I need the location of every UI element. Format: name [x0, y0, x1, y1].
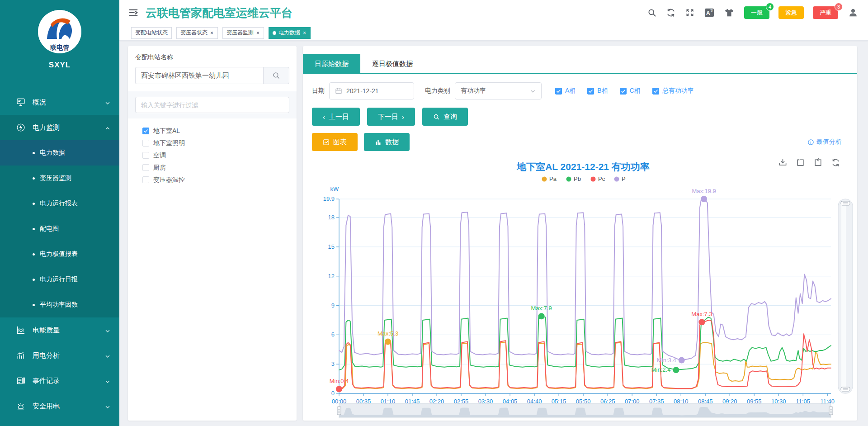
category-label: 电力类别 [425, 87, 450, 95]
marker-label: Min:3.4 [657, 357, 676, 364]
marker-dot-max [701, 196, 707, 202]
sidebar-subitem-label: 电力数据 [40, 149, 65, 157]
legend-marker[interactable] [591, 177, 596, 182]
translate-icon[interactable]: A 文 [704, 8, 714, 18]
category-select[interactable]: 有功功率 [455, 82, 542, 99]
save-image-icon[interactable] [778, 158, 787, 167]
topbar: 云联电管家配电室运维云平台 [119, 0, 868, 25]
datazoom-x-handle-left[interactable] [337, 407, 341, 415]
hamburger-icon[interactable] [128, 8, 138, 18]
tag-label: 电力数据 [278, 29, 300, 37]
tree-item-1[interactable]: 地下室照明 [135, 137, 289, 149]
tree-item-0[interactable]: 地下室AL [135, 125, 289, 137]
sidebar-item-2[interactable]: 电能质量 [0, 317, 119, 343]
sidebar-subitem-1-2[interactable]: 电力运行报表 [0, 191, 119, 216]
zoom-restore-icon[interactable] [814, 158, 822, 167]
y-tick-label: 15 [328, 243, 335, 250]
menu-section-2: 电能质量 [0, 317, 119, 343]
sidebar-subitem-1-5[interactable]: 电力运行日报 [0, 267, 119, 292]
tree-item-label: 地下室照明 [153, 139, 185, 147]
menu-section-0: 概况 [0, 90, 119, 115]
checkbox-icon[interactable] [142, 164, 149, 171]
sidebar-item-1[interactable]: 电力监测 [0, 115, 119, 140]
chevron-left-icon: ‹ [323, 113, 325, 121]
tree-item-label: 变压器温控 [153, 176, 185, 184]
close-icon[interactable]: × [256, 30, 260, 36]
user-icon[interactable] [848, 8, 858, 18]
svg-text:A: A [706, 10, 710, 16]
alarm-button-2[interactable]: 严重3 [813, 6, 838, 19]
date-picker[interactable]: 2021-12-21 [329, 82, 414, 99]
y-axis-unit: kW [330, 185, 340, 192]
tree-item-2[interactable]: 空调 [135, 149, 289, 161]
zoom-select-icon[interactable] [796, 158, 805, 167]
tags-view-item-1[interactable]: 变压器状态× [176, 27, 218, 39]
tree-item-3[interactable]: 厨房 [135, 161, 289, 174]
tab-0[interactable]: 日原始数据 [303, 54, 360, 73]
checkbox-icon[interactable] [142, 152, 149, 159]
tags-view-item-3[interactable]: 电力数据× [269, 27, 311, 39]
sidebar-item-0[interactable]: 概况 [0, 90, 119, 115]
tab-1[interactable]: 逐日极值数据 [360, 54, 425, 73]
next-day-button[interactable]: 下一日 › [367, 108, 415, 126]
monitor-icon [16, 98, 25, 107]
phase-checkbox-0[interactable]: A相 [555, 87, 576, 95]
marker-dot-min [679, 357, 685, 364]
sidebar-item-3[interactable]: 用电分析 [0, 343, 119, 368]
datazoom-y-handle-top[interactable] [841, 201, 850, 205]
checkbox-icon[interactable] [142, 128, 149, 134]
circuit-tree: 地下室AL地下室照明空调厨房变压器温控 [135, 125, 289, 186]
fullscreen-icon[interactable] [685, 8, 694, 17]
station-search-group [135, 67, 289, 84]
checkbox-icon [587, 88, 594, 95]
query-button[interactable]: 查询 [422, 108, 468, 126]
sidebar-item-4[interactable]: 事件记录 [0, 368, 119, 393]
max-analysis-link[interactable]: 最值分析 [807, 138, 842, 146]
refresh-icon[interactable] [666, 8, 675, 17]
checkbox-icon[interactable] [142, 176, 149, 183]
query-controls: 日期 2021-12-21 电力类别 有功功率 A相B相C相 [303, 74, 857, 99]
sidebar-subitem-1-0[interactable]: 电力数据 [0, 140, 119, 166]
close-icon[interactable]: × [302, 30, 307, 36]
tree-item-4[interactable]: 变压器温控 [135, 174, 289, 186]
tags-view-item-0[interactable]: 变配电站状态 [131, 27, 172, 39]
legend-label: P [622, 175, 626, 182]
checkbox-icon[interactable] [142, 140, 149, 147]
sidebar-item-5[interactable]: 安全用电 [0, 393, 119, 419]
station-name-input[interactable] [135, 67, 263, 84]
tree-filter-input[interactable] [135, 97, 289, 113]
phase-checkbox-1[interactable]: B相 [587, 87, 608, 95]
svg-text:联电管: 联电管 [50, 44, 69, 51]
sidebar-subitem-1-3[interactable]: 配电图 [0, 216, 119, 241]
legend-marker[interactable] [614, 177, 619, 182]
search-icon[interactable] [647, 8, 656, 17]
tags-view-item-2[interactable]: 变压器监测× [222, 27, 264, 39]
phase-checkbox-2[interactable]: C相 [620, 87, 641, 95]
phase-checkbox-3[interactable]: 总有功功率 [652, 87, 694, 95]
data-tabs: 日原始数据逐日极值数据 [303, 46, 857, 74]
chart-refresh-icon[interactable] [831, 158, 840, 167]
close-icon[interactable]: × [210, 30, 214, 36]
chevron-down-icon [105, 378, 110, 383]
sidebar-item-6[interactable]: 运行环境 [0, 419, 119, 426]
datazoom-y-handle-bottom[interactable] [841, 387, 850, 391]
quality-icon [16, 326, 25, 335]
datazoom-x-handle-right[interactable] [829, 407, 833, 415]
sidebar-subitem-1-6[interactable]: 平均功率因数 [0, 292, 119, 317]
data-view-button[interactable]: 数据 [364, 133, 410, 151]
prev-day-button[interactable]: ‹ 上一日 [312, 108, 360, 126]
chart-view-button[interactable]: 图表 [312, 133, 358, 151]
checkbox-icon [652, 88, 659, 95]
sidebar-subitem-1-4[interactable]: 电力极值报表 [0, 241, 119, 267]
alarm-button-0[interactable]: 一般4 [744, 6, 769, 19]
marker-label: Min:2.4 [651, 366, 671, 373]
menu-section-1: 电力监测电力数据变压器监测电力运行报表配电图电力极值报表电力运行日报平均功率因数 [0, 115, 119, 317]
legend-marker[interactable] [542, 177, 547, 182]
theme-tshirt-icon[interactable] [724, 8, 734, 18]
alarm-button-1[interactable]: 紧急 [778, 6, 804, 19]
topbar-actions: A 文 一般4紧急严重3 [647, 6, 858, 19]
sidebar-subitem-1-1[interactable]: 变压器监测 [0, 166, 119, 191]
legend-marker[interactable] [566, 177, 571, 182]
marker-dot-min [673, 367, 679, 373]
station-search-button[interactable] [263, 67, 289, 84]
